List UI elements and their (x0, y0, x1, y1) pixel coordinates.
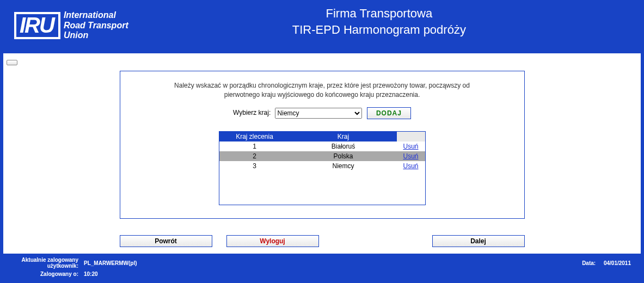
col-action (397, 132, 425, 142)
logo: IRU International Road Transport Union (14, 10, 128, 40)
grid-filler (219, 171, 425, 205)
table-row[interactable]: 2PolskaUsuń (219, 151, 425, 161)
cell-action: Usuń (397, 151, 425, 161)
header: IRU International Road Transport Union F… (3, 3, 641, 53)
logo-fullname: International Road Transport Union (64, 10, 128, 40)
footer-row-1: Aktualnie zalogowany użytkownik: PL_MARW… (13, 257, 631, 269)
footer: Aktualnie zalogowany użytkownik: PL_MARW… (3, 254, 641, 280)
header-titles: Firma Transportowa TIR-EPD Harmonogram p… (128, 4, 630, 37)
instructions: Należy wskazać w porządku chronologiczny… (130, 81, 514, 100)
cell-country: Białoruś (290, 142, 397, 151)
cell-order: 2 (219, 151, 290, 161)
itinerary-panel: Należy wskazać w porządku chronologiczny… (120, 71, 525, 219)
delete-link[interactable]: Usuń (403, 143, 418, 150)
footer-user: Aktualnie zalogowany użytkownik: PL_MARW… (13, 257, 137, 269)
toolbar-chip[interactable] (7, 60, 17, 65)
country-select-row: Wybierz kraj: Niemcy DODAJ (130, 107, 514, 119)
logo-line1: International (64, 10, 128, 20)
cell-order: 3 (219, 161, 290, 171)
cell-action: Usuń (397, 142, 425, 151)
back-button[interactable]: Powrót (120, 235, 212, 247)
col-country: Kraj (290, 132, 397, 142)
button-spacer (333, 235, 418, 247)
footer-date-label: Data: (582, 260, 596, 266)
footer-user-label: Aktualnie zalogowany użytkownik: (13, 257, 84, 269)
content-area: Należy wskazać w porządku chronologiczny… (3, 70, 641, 230)
logo-line3: Union (64, 30, 128, 40)
table-row[interactable]: 1BiałoruśUsuń (219, 142, 425, 151)
toolbar-chip-row (3, 53, 641, 70)
footer-row-2: Zalogowany o: 10:20 (13, 271, 631, 277)
page-title: TIR-EPD Harmonogram podróży (128, 23, 630, 37)
bottom-buttons: Powrót Wyloguj Dalej (120, 230, 525, 254)
table-row[interactable]: 3NiemcyUsuń (219, 161, 425, 171)
logo-line2: Road Transport (64, 21, 128, 30)
itinerary-grid: Kraj zlecenia Kraj 1BiałoruśUsuń2PolskaU… (219, 132, 425, 171)
company-name: Firma Transportowa (128, 7, 630, 21)
grid-header-row: Kraj zlecenia Kraj (219, 132, 425, 142)
footer-date: Data: 04/01/2011 (582, 260, 631, 266)
cell-action: Usuń (397, 161, 425, 171)
cell-country: Polska (290, 151, 397, 161)
cell-country: Niemcy (290, 161, 397, 171)
footer-user-value: PL_MARWERMW(pl) (84, 260, 137, 266)
add-button[interactable]: DODAJ (367, 107, 411, 119)
logo-abbr: IRU (14, 12, 60, 39)
cell-order: 1 (219, 142, 290, 151)
next-button[interactable]: Dalej (432, 235, 525, 247)
grid-body: 1BiałoruśUsuń2PolskaUsuń3NiemcyUsuń (219, 142, 425, 171)
logout-button[interactable]: Wyloguj (226, 235, 319, 247)
footer-date-value: 04/01/2011 (604, 260, 631, 266)
footer-login-label: Zalogowany o: (13, 271, 84, 277)
app-frame: IRU International Road Transport Union F… (0, 0, 644, 283)
instructions-line1: Należy wskazać w porządku chronologiczny… (174, 82, 470, 89)
instructions-line2: pierwotnego kraju wyjściowego do końcowe… (130, 90, 514, 100)
delete-link[interactable]: Usuń (403, 152, 418, 160)
country-select[interactable]: Niemcy (275, 108, 362, 119)
itinerary-grid-wrap: Kraj zlecenia Kraj 1BiałoruśUsuń2PolskaU… (219, 131, 426, 205)
delete-link[interactable]: Usuń (403, 162, 418, 170)
country-select-label: Wybierz kraj: (233, 109, 271, 116)
col-order: Kraj zlecenia (219, 132, 290, 142)
footer-login-value: 10:20 (84, 271, 98, 277)
